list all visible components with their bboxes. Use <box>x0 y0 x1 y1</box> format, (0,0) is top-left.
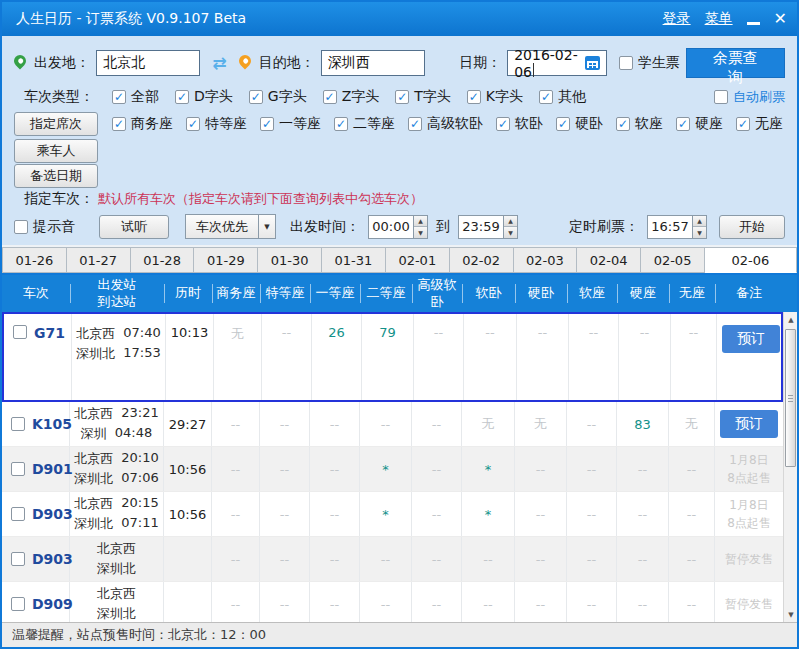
vertical-scrollbar[interactable]: ▲ ▼ <box>783 312 797 622</box>
table-row[interactable]: D903北京西深圳北--------------------暂停发售 <box>2 537 783 582</box>
checkbox-icon[interactable] <box>395 90 409 104</box>
scroll-down-icon[interactable]: ▼ <box>784 607 797 622</box>
row-select-checkbox[interactable] <box>11 417 25 431</box>
passenger-button[interactable]: 乘车人 <box>14 139 98 163</box>
checkbox-icon[interactable] <box>408 117 422 131</box>
tab-date-02-04[interactable]: 02-04 <box>577 247 641 273</box>
tab-date-01-27[interactable]: 01-27 <box>67 247 131 273</box>
tab-date-02-02[interactable]: 02-02 <box>450 247 514 273</box>
checkbox-icon[interactable] <box>112 117 126 131</box>
spinner-up-icon[interactable]: ▲ <box>504 216 517 228</box>
time-from-spinner[interactable]: 00:00 ▲▼ <box>368 215 428 239</box>
seat-type-checkbox[interactable]: 二等座 <box>334 115 395 133</box>
checkbox-icon[interactable] <box>112 90 126 104</box>
close-icon[interactable]: ✕ <box>774 11 787 27</box>
scroll-up-icon[interactable]: ▲ <box>784 312 797 327</box>
tab-date-01-31[interactable]: 01-31 <box>322 247 386 273</box>
row-select-checkbox[interactable] <box>11 597 25 611</box>
checkbox-icon[interactable] <box>467 90 481 104</box>
tab-date-01-26[interactable]: 01-26 <box>2 247 67 273</box>
to-input[interactable]: 深圳西 <box>321 50 425 76</box>
seat-type-checkbox[interactable]: 软座 <box>616 115 663 133</box>
table-row[interactable]: G71北京西07:40深圳北17:5310:13无--2679---------… <box>2 312 783 402</box>
train-type-checkbox[interactable]: G字头 <box>249 88 307 106</box>
checkbox-icon[interactable] <box>619 56 633 70</box>
train-type-checkbox[interactable]: D字头 <box>175 88 233 106</box>
train-type-checkbox[interactable]: K字头 <box>467 88 523 106</box>
train-type-checkbox[interactable]: Z字头 <box>323 88 380 106</box>
tab-date-02-06[interactable]: 02-06 <box>705 247 797 273</box>
table-row[interactable]: D903北京西20:15深圳北07:1110:56------*--*-----… <box>2 492 783 537</box>
column-header: 硬座 <box>617 275 669 312</box>
tab-date-01-29[interactable]: 01-29 <box>194 247 258 273</box>
scrollbar-thumb[interactable] <box>785 329 796 467</box>
timer-spinner[interactable]: 16:57 ▲▼ <box>647 215 707 239</box>
date-input[interactable]: 2016-02-06 <box>507 50 607 76</box>
query-tickets-button[interactable]: 余票查询 <box>686 48 785 78</box>
seat-type-checkbox[interactable]: 商务座 <box>112 115 173 133</box>
book-button[interactable]: 预订 <box>720 410 778 438</box>
checkbox-icon[interactable] <box>14 220 28 234</box>
seat-type-checkbox[interactable]: 特等座 <box>186 115 247 133</box>
time-to-spinner[interactable]: 23:59 ▲▼ <box>458 215 518 239</box>
spinner-up-icon[interactable]: ▲ <box>693 216 706 228</box>
chevron-down-icon[interactable]: ▼ <box>258 215 275 238</box>
checkbox-icon[interactable] <box>260 117 274 131</box>
checkbox-icon[interactable] <box>676 117 690 131</box>
seat-type-checkbox[interactable]: 硬座 <box>676 115 723 133</box>
seat-type-checkbox-label: 软卧 <box>515 115 543 133</box>
listen-button[interactable]: 试听 <box>99 215 169 239</box>
assigned-train-hint: 默认所有车次（指定车次请到下面查询列表中勾选车次） <box>98 190 423 208</box>
priority-select[interactable]: 车次优先 ▼ <box>185 214 276 239</box>
calendar-icon[interactable] <box>585 56 600 70</box>
checkbox-icon[interactable] <box>175 90 189 104</box>
backup-date-button[interactable]: 备选日期 <box>14 164 98 188</box>
tab-date-02-05[interactable]: 02-05 <box>641 247 705 273</box>
row-select-checkbox[interactable] <box>11 552 25 566</box>
auto-refresh-checkbox[interactable]: 自动刷票 <box>714 88 785 106</box>
checkbox-icon[interactable] <box>714 90 728 104</box>
tab-date-01-28[interactable]: 01-28 <box>131 247 195 273</box>
train-type-checkbox[interactable]: 其他 <box>539 88 586 106</box>
spinner-down-icon[interactable]: ▼ <box>504 227 517 238</box>
login-link[interactable]: 登录 <box>663 10 691 28</box>
table-row[interactable]: D901北京西20:10深圳北07:0610:56------*--*-----… <box>2 447 783 492</box>
spinner-down-icon[interactable]: ▼ <box>693 227 706 238</box>
checkbox-icon[interactable] <box>249 90 263 104</box>
seat-type-checkbox[interactable]: 硬卧 <box>556 115 603 133</box>
swap-stations-icon[interactable]: ⇄ <box>206 53 232 73</box>
sound-checkbox[interactable]: 提示音 <box>14 218 75 236</box>
spinner-up-icon[interactable]: ▲ <box>414 216 427 228</box>
seat-type-checkbox[interactable]: 无座 <box>736 115 783 133</box>
row-select-checkbox[interactable] <box>11 507 25 521</box>
assign-seat-button[interactable]: 指定席次 <box>14 112 98 136</box>
checkbox-icon[interactable] <box>539 90 553 104</box>
duration-cell <box>164 582 212 622</box>
checkbox-icon[interactable] <box>186 117 200 131</box>
table-row[interactable]: K105北京西23:21深圳04:4829:27----------无无--83… <box>2 402 783 447</box>
menu-link[interactable]: 菜单 <box>705 10 733 28</box>
table-row[interactable]: D909北京西深圳北--------------------暂停发售 <box>2 582 783 622</box>
seat-type-checkbox[interactable]: 高级软卧 <box>408 115 483 133</box>
checkbox-icon[interactable] <box>556 117 570 131</box>
from-input[interactable]: 北京北 <box>96 50 200 76</box>
checkbox-icon[interactable] <box>736 117 750 131</box>
tab-date-02-01[interactable]: 02-01 <box>386 247 450 273</box>
seat-type-checkbox[interactable]: 软卧 <box>496 115 543 133</box>
checkbox-icon[interactable] <box>496 117 510 131</box>
checkbox-icon[interactable] <box>334 117 348 131</box>
book-button[interactable]: 预订 <box>722 325 780 353</box>
checkbox-icon[interactable] <box>323 90 337 104</box>
row-select-checkbox[interactable] <box>13 325 27 339</box>
checkbox-icon[interactable] <box>616 117 630 131</box>
row-select-checkbox[interactable] <box>11 462 25 476</box>
train-type-checkbox[interactable]: T字头 <box>395 88 451 106</box>
seat-type-checkbox[interactable]: 一等座 <box>260 115 321 133</box>
tab-date-01-30[interactable]: 01-30 <box>258 247 322 273</box>
tab-date-02-03[interactable]: 02-03 <box>514 247 578 273</box>
minimize-icon[interactable] <box>747 22 760 25</box>
spinner-down-icon[interactable]: ▼ <box>414 227 427 238</box>
student-ticket-checkbox[interactable]: 学生票 <box>619 54 680 72</box>
train-type-checkbox[interactable]: 全部 <box>112 88 159 106</box>
start-button[interactable]: 开始 <box>719 215 785 239</box>
